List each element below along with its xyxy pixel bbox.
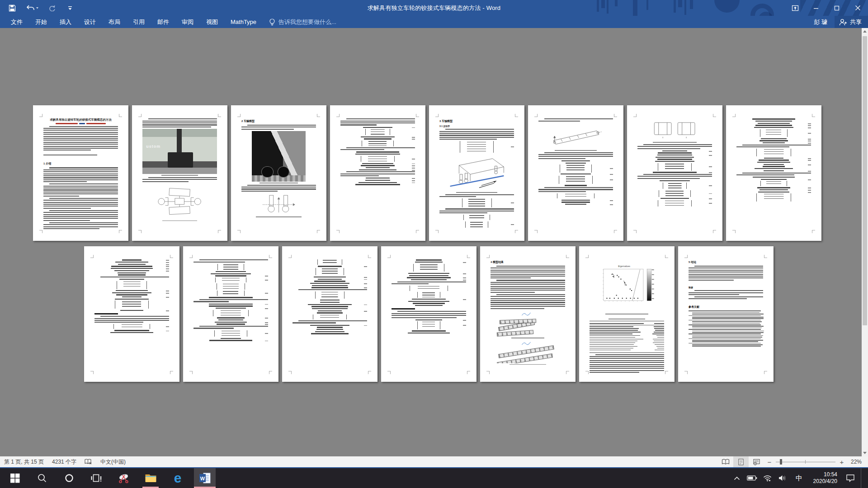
tab-insert[interactable]: 插入 <box>53 16 78 28</box>
figure-beam <box>550 123 602 149</box>
ime-indicator[interactable]: 中 <box>792 474 807 483</box>
word-icon: W <box>199 472 211 484</box>
language-indicator[interactable]: 中文(中国) <box>96 456 130 467</box>
page-thumbnail-13[interactable]: 4 模型结果 <box>480 246 576 382</box>
action-center-icon[interactable] <box>844 468 857 488</box>
page-thumbnail-1[interactable]: 求解具有独立旋转车轮的铰接式车辆模态的方法1 介绍 <box>33 105 128 241</box>
tell-me-box[interactable]: 告诉我您想要做什么... <box>269 18 336 26</box>
equation-row <box>736 160 811 160</box>
text-lines <box>538 118 613 121</box>
edge-icon: e <box>174 471 182 485</box>
page-thumbnail-9[interactable] <box>84 246 179 382</box>
ribbon-display-options-icon[interactable] <box>785 0 806 16</box>
close-icon[interactable] <box>847 0 868 16</box>
page-thumbnail-2[interactable]: ustom <box>132 105 227 241</box>
equation-row <box>193 264 268 270</box>
page-thumbnail-7[interactable] <box>627 105 722 241</box>
tab-review[interactable]: 审阅 <box>175 16 200 28</box>
redo-icon[interactable] <box>46 2 58 14</box>
zoom-level[interactable]: 22% <box>847 459 868 465</box>
figure-caption <box>142 221 217 221</box>
undo-icon[interactable] <box>24 2 40 14</box>
scrollbar-thumb[interactable] <box>863 36 867 325</box>
start-button[interactable] <box>4 468 26 488</box>
word-count[interactable]: 4231 个字 <box>48 456 80 467</box>
account-name[interactable]: 彭 璩 <box>814 18 827 26</box>
equation-lines <box>292 291 367 319</box>
text-lines <box>43 210 118 221</box>
zoom-slider-thumb[interactable] <box>780 459 782 465</box>
page-thumbnail-14[interactable]: Eigenvalues <box>579 246 675 382</box>
equation-row <box>193 305 268 306</box>
equation-row <box>193 330 268 337</box>
taskbar-clock[interactable]: 10:54 2020/4/20 <box>809 471 842 485</box>
page-thumbnail-12[interactable] <box>381 246 476 382</box>
page-thumbnail-3[interactable]: 2 车辆模型 <box>231 105 326 241</box>
page-thumbnail-10[interactable] <box>183 246 278 382</box>
scroll-down-icon[interactable] <box>862 450 868 456</box>
minimize-icon[interactable] <box>806 0 826 16</box>
print-layout-icon[interactable] <box>733 456 749 467</box>
text-lines <box>142 118 217 127</box>
page-thumbnail-11[interactable] <box>282 246 377 382</box>
equation-row <box>392 279 466 280</box>
tab-references[interactable]: 引用 <box>127 16 151 28</box>
heading-stripe <box>392 308 415 310</box>
task-view-button[interactable] <box>85 468 107 488</box>
vertical-scrollbar[interactable] <box>862 28 868 456</box>
equation-row <box>736 187 811 188</box>
text-lines <box>491 294 565 309</box>
snipping-tool-button[interactable] <box>113 468 134 488</box>
ribbon-right: 彭 璩 共享 <box>814 16 868 28</box>
maximize-icon[interactable] <box>826 0 847 16</box>
tab-mathtype[interactable]: MathType <box>224 16 263 28</box>
zoom-slider[interactable] <box>776 456 835 467</box>
tab-file[interactable]: 文件 <box>5 16 29 28</box>
tab-design[interactable]: 设计 <box>78 16 102 28</box>
page-thumbnail-4[interactable] <box>330 105 425 241</box>
zoom-in-button[interactable]: + <box>836 456 847 467</box>
zoom-out-button[interactable]: − <box>764 456 775 467</box>
share-button[interactable]: 共享 <box>835 16 868 28</box>
equation-row <box>292 304 367 305</box>
hidden-icons-chevron-icon[interactable] <box>730 468 744 488</box>
equation-row <box>292 287 367 288</box>
equation-row <box>340 154 415 155</box>
proofing-errors-icon[interactable] <box>80 456 96 467</box>
equation-lines <box>538 193 613 205</box>
edge-button[interactable]: e <box>167 468 189 488</box>
tab-mailings[interactable]: 邮件 <box>151 16 175 28</box>
equation-row <box>392 259 466 260</box>
volume-icon[interactable] <box>776 468 790 488</box>
equation-row <box>736 168 811 169</box>
equation-row <box>292 283 367 284</box>
equation-row <box>736 189 811 190</box>
page-thumbnail-8[interactable] <box>726 105 821 241</box>
save-icon[interactable] <box>6 2 18 14</box>
text-lines <box>637 174 712 179</box>
page-indicator[interactable]: 第 1 页, 共 15 页 <box>0 456 48 467</box>
word-button[interactable]: W <box>194 468 216 488</box>
customize-qat-icon[interactable] <box>64 2 76 14</box>
page-thumbnail-15[interactable]: 5 结论致谢参考文献 <box>678 246 774 382</box>
search-button[interactable] <box>31 468 53 488</box>
web-layout-icon[interactable] <box>749 456 764 467</box>
file-explorer-button[interactable] <box>140 468 161 488</box>
page-thumbnail-5[interactable]: 3 车轴模型3.1 运动学 <box>429 105 524 241</box>
title-bar: 求解具有独立车轮的铰接式车辆模态的方法 - Word <box>0 0 868 16</box>
wifi-icon[interactable] <box>761 468 774 488</box>
tab-view[interactable]: 视图 <box>200 16 224 28</box>
page-thumbnail-6[interactable] <box>528 105 623 241</box>
equation-row <box>538 193 613 198</box>
equation-row <box>392 286 466 291</box>
equation-lines <box>340 127 415 146</box>
battery-icon[interactable] <box>745 468 759 488</box>
tab-home[interactable]: 开始 <box>29 16 53 28</box>
tab-layout[interactable]: 布局 <box>102 16 127 28</box>
equation-row <box>736 149 811 156</box>
read-mode-icon[interactable] <box>718 456 733 467</box>
cortana-button[interactable] <box>58 468 80 488</box>
text-lines <box>689 290 763 295</box>
scroll-up-icon[interactable] <box>862 28 868 35</box>
show-desktop-button[interactable] <box>861 468 863 488</box>
